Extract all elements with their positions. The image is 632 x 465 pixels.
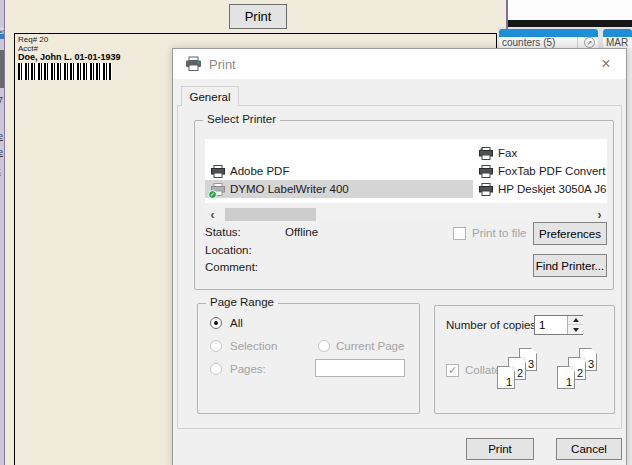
printer-icon (479, 165, 493, 178)
collate-page-number: 3 (588, 358, 594, 370)
sliver-char: t (0, 166, 1, 176)
printer-row: ✓ DYMO LabelWriter 400 HP Deskjet (205, 180, 607, 198)
printer-name: FoxTab PDF Convert (498, 165, 605, 177)
printer-name: Fax (498, 147, 517, 159)
tab-accent-bar (603, 29, 632, 37)
find-printer-button[interactable]: Find Printer... (533, 254, 607, 277)
printer-name: Adobe PDF (230, 165, 289, 177)
print-to-file-label: Print to file (472, 227, 526, 239)
dialog-title: Print (209, 57, 236, 72)
printer-list-scrollbar[interactable]: ‹ › (205, 207, 607, 222)
tab-encounters[interactable]: counters (5) ↗ (499, 29, 598, 48)
green-check-icon: ✓ (208, 190, 217, 199)
printer-icon (211, 165, 225, 178)
radio-pages[interactable] (210, 363, 222, 375)
status-value: Offline (285, 226, 318, 238)
purple-divider (506, 0, 508, 29)
dialog-cancel-button[interactable]: Cancel (556, 438, 622, 460)
copies-spinner[interactable]: 1 (534, 315, 583, 335)
printer-item-adobe-pdf[interactable]: Adobe PDF (205, 162, 473, 180)
page-range-group: Page Range All Selection Current Page Pa… (197, 303, 420, 414)
printer-icon (479, 183, 493, 196)
collate-page-number: 2 (517, 367, 523, 379)
spin-down-icon[interactable] (568, 325, 583, 334)
tab-general[interactable]: General (181, 86, 239, 106)
barcode (18, 63, 112, 80)
print-to-file-checkbox[interactable] (453, 227, 466, 240)
printer-item-blank[interactable] (205, 144, 473, 162)
number-of-copies-label: Number of copies: (446, 319, 539, 331)
scroll-left-icon[interactable]: ‹ (205, 207, 220, 222)
status-label: Status: (205, 226, 241, 238)
background-page-sliver: B 7 e e t (0, 0, 5, 465)
spinner-buttons (567, 316, 582, 334)
radio-pages-label: Pages: (230, 363, 266, 375)
spin-up-icon[interactable] (568, 316, 583, 325)
close-icon[interactable]: × (592, 49, 620, 79)
tab-mar-label: MAR (603, 37, 632, 48)
collate-illustration: 3 2 1 (497, 348, 549, 400)
sliver-gray-chip (0, 50, 5, 88)
collate-illustration: 3 2 1 (557, 348, 609, 400)
copies-value: 1 (539, 319, 545, 331)
collate-page-number: 1 (566, 376, 572, 388)
radio-all[interactable] (210, 317, 222, 329)
radio-all-label: All (230, 317, 243, 329)
printer-item-hp-deskjet[interactable]: HP Deskjet 3050A J6 (473, 180, 607, 198)
scroll-right-icon[interactable]: › (592, 207, 607, 222)
printer-item-foxtab[interactable]: FoxTab PDF Convert (473, 162, 607, 180)
printer-item-dymo-selected[interactable]: ✓ DYMO LabelWriter 400 (205, 180, 473, 198)
collate-label: Collate (465, 364, 501, 376)
page-range-legend: Page Range (206, 296, 278, 308)
radio-selection[interactable] (210, 340, 222, 352)
label-req-number: Req# 20 (18, 35, 48, 44)
label-patient-name: Doe, John L. 01-01-1939 (18, 52, 121, 62)
comment-label: Comment: (205, 261, 258, 273)
printer-name: HP Deskjet 3050A J6 (498, 183, 606, 195)
collate-page-number: 3 (528, 358, 534, 370)
sliver-char: e (0, 131, 3, 141)
pages-input[interactable] (315, 359, 405, 377)
popout-arrow-icon[interactable]: ↗ (584, 37, 595, 48)
tab-accent-bar (499, 29, 598, 37)
printer-name: DYMO LabelWriter 400 (230, 183, 349, 195)
tab-mar[interactable]: MAR (603, 29, 632, 48)
printer-item-fax[interactable]: Fax (473, 144, 607, 162)
location-label: Location: (205, 244, 252, 256)
printer-row: Fax (205, 144, 607, 162)
collate-checkbox[interactable]: ✓ (446, 364, 459, 377)
sliver-char: 7 (0, 95, 3, 105)
copies-group: Number of copies: 1 ✓ Collate 3 2 1 3 2 … (434, 305, 615, 414)
select-printer-legend: Select Printer (203, 113, 280, 125)
page-print-button[interactable]: Print (229, 4, 287, 29)
tab-divider (577, 37, 578, 48)
printer-list[interactable]: Fax Adobe PDF (205, 139, 607, 203)
print-dialog: Print × General Select Printer (172, 48, 627, 465)
background-right-sliver (627, 48, 632, 465)
general-tab-page: Select Printer (177, 105, 622, 429)
dialog-print-button[interactable]: Print (466, 438, 534, 460)
printer-row: Adobe PDF FoxTab PDF Convert (205, 162, 607, 180)
radio-current-page-label: Current Page (336, 340, 404, 352)
fax-icon (479, 147, 493, 160)
dialog-title-bar: Print × (173, 49, 626, 79)
scrollbar-thumb[interactable] (225, 208, 316, 221)
radio-current-page[interactable] (318, 340, 330, 352)
sliver-char: e (0, 147, 3, 157)
browser-dark-band (508, 20, 632, 27)
sliver-char: B (0, 26, 4, 36)
printer-icon (185, 56, 202, 76)
radio-selection-label: Selection (230, 340, 277, 352)
select-printer-group: Select Printer (194, 120, 614, 290)
collate-page-number: 1 (506, 376, 512, 388)
collate-page-number: 2 (577, 367, 583, 379)
preferences-button[interactable]: Preferences (533, 222, 607, 245)
dymo-printer-icon: ✓ (211, 183, 225, 196)
